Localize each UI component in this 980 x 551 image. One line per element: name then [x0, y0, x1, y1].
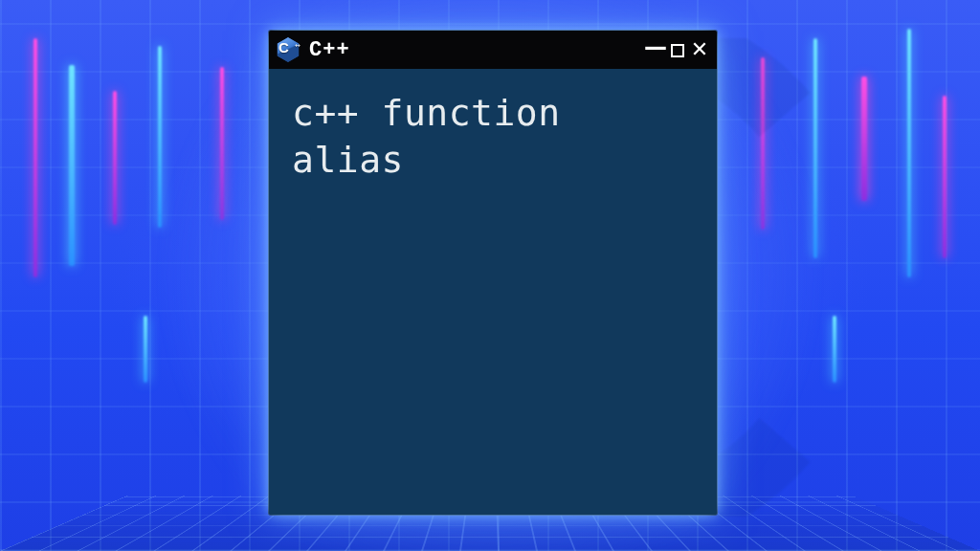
titlebar[interactable]: C ++ C++ — ✕ — [269, 31, 717, 69]
icon-plus-plus: ++ — [295, 42, 300, 48]
body-text: c++ function alias — [292, 90, 694, 183]
maximize-button[interactable] — [671, 44, 684, 57]
cpp-hex-icon: C ++ — [275, 36, 301, 63]
icon-letter: C — [278, 40, 289, 55]
close-button[interactable]: ✕ — [690, 38, 709, 61]
neon-streak — [943, 96, 947, 258]
neon-streak — [33, 38, 37, 277]
app-window: C ++ C++ — ✕ c++ function alias — [269, 31, 717, 515]
window-title: C++ — [309, 38, 350, 62]
client-area: c++ function alias — [269, 69, 717, 515]
window-controls: — ✕ — [646, 38, 709, 61]
minimize-button[interactable]: — — [646, 38, 665, 61]
